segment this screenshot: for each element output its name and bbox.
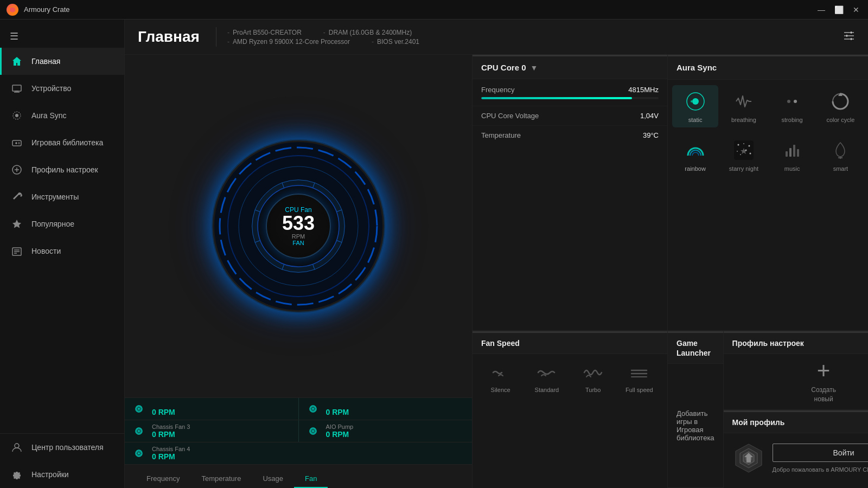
fan-speed-silence-label: Silence xyxy=(491,387,510,393)
aura-item-breathing[interactable]: breathing xyxy=(720,85,767,127)
aura-sync-panel: Aura Sync xyxy=(667,55,868,331)
fan-card-3-rpm: 0 RPM xyxy=(152,430,190,439)
fan-rpm-value: 533 xyxy=(282,214,315,233)
svg-point-45 xyxy=(794,100,797,103)
cpu-core-panel: CPU Core 0 ▼ Frequency 4815MHz xyxy=(472,55,667,331)
aura-item-strobing[interactable]: strobing xyxy=(769,85,815,127)
sidebar-label-aura: Aura Sync xyxy=(31,111,67,120)
fan-center-display: CPU Fan 533 RPM FAN xyxy=(266,194,331,259)
aura-rainbow-icon xyxy=(684,138,707,162)
header-settings-icon[interactable] xyxy=(843,30,855,44)
sidebar-item-tools[interactable]: Инструменты xyxy=(0,183,124,210)
aura-label-music: music xyxy=(784,165,800,172)
fan-full-icon xyxy=(629,363,649,382)
game-launcher-content: Добавить игры в Игровая библиотека xyxy=(668,364,723,487)
aura-item-static[interactable]: static xyxy=(672,85,718,127)
svg-point-19 xyxy=(15,444,19,448)
aura-breathing-icon xyxy=(732,89,756,113)
sidebar-item-home[interactable]: Главная xyxy=(0,48,124,75)
fan-standard-icon xyxy=(537,363,557,382)
hamburger-menu[interactable]: ☰ xyxy=(0,25,124,48)
fan-card-aio: AIO Pump 0 RPM xyxy=(299,420,473,442)
fan-speed-turbo[interactable]: Turbo xyxy=(572,363,615,393)
aura-item-rainbow[interactable]: rainbow xyxy=(672,134,718,176)
fan-speed-title: Fan Speed xyxy=(481,339,520,348)
svg-point-34 xyxy=(312,408,314,410)
fan-speed-silence[interactable]: Silence xyxy=(479,363,522,393)
tab-fan[interactable]: Fan xyxy=(294,470,328,488)
sidebar-item-games[interactable]: Игровая библиотека xyxy=(0,129,124,156)
fan-card-empty1: 0 RPM xyxy=(125,398,299,420)
fan-card-icon-5 xyxy=(131,446,146,461)
cpu-dropdown-arrow[interactable]: ▼ xyxy=(531,63,538,72)
fan-speed-standard[interactable]: Standard xyxy=(525,363,568,393)
aura-item-smart[interactable]: smart xyxy=(818,134,864,176)
tab-usage[interactable]: Usage xyxy=(252,470,294,488)
sidebar-item-user-center[interactable]: Центр пользователя xyxy=(0,434,124,461)
svg-rect-1 xyxy=(12,85,21,91)
svg-point-36 xyxy=(138,430,140,432)
aura-row-2: rainbow xyxy=(668,131,868,182)
fan-turbo-icon xyxy=(583,363,603,382)
settings-profile-panel: Профиль настроек + Создать новый xyxy=(724,331,868,410)
sidebar-item-profile[interactable]: Профиль настроек xyxy=(0,156,124,183)
sidebar-item-popular[interactable]: Популярное xyxy=(0,210,124,237)
svg-point-50 xyxy=(743,143,744,144)
aura-music-icon xyxy=(780,138,804,162)
my-profile-title: Мой профиль xyxy=(732,418,785,427)
my-profile-panel: Мой профиль xyxy=(724,410,868,489)
aura-smart-icon xyxy=(828,138,852,162)
user-center-icon xyxy=(10,440,24,454)
game-launcher-message: Добавить игры в Игровая библиотека xyxy=(676,409,714,442)
fan-speed-grid: Silence Standard xyxy=(473,354,667,402)
app-logo xyxy=(7,4,18,16)
fan-speed-panel: Fan Speed Silence xyxy=(472,331,667,488)
tab-temperature[interactable]: Temperature xyxy=(190,470,252,488)
tab-frequency[interactable]: Frequency xyxy=(136,470,190,488)
cpu-panel-title: CPU Core 0 xyxy=(481,63,526,72)
fan-card-empty2: 0 RPM xyxy=(299,398,473,420)
minimize-button[interactable]: — xyxy=(816,4,827,15)
cpu-temp-label: Temperature xyxy=(481,131,521,139)
cpu-freq-label-row: Frequency 4815MHz xyxy=(473,79,667,97)
sidebar-item-device[interactable]: Устройство xyxy=(0,75,124,102)
svg-point-42 xyxy=(692,98,699,105)
fan-card-icon-1 xyxy=(131,401,146,416)
create-profile-label: Создать новый xyxy=(811,386,836,404)
aura-label-breathing: breathing xyxy=(731,117,756,123)
maximize-button[interactable]: ⬜ xyxy=(833,4,844,15)
aura-item-music[interactable]: music xyxy=(769,134,815,176)
sidebar-item-aura[interactable]: Aura Sync xyxy=(0,102,124,129)
svg-point-32 xyxy=(138,408,140,410)
sidebar-label-settings: Настройки xyxy=(31,470,69,479)
sidebar-label-popular: Популярное xyxy=(31,220,74,228)
aura-label-smart: smart xyxy=(833,165,848,172)
sidebar-label-device: Устройство xyxy=(31,84,71,93)
svg-point-54 xyxy=(740,154,741,155)
fan-card-3-name: Chassis Fan 3 xyxy=(152,423,190,430)
cpu-voltage-label: CPU Core Voltage xyxy=(481,112,539,120)
aura-starry-icon xyxy=(732,138,756,162)
fan-card-1-empty-name xyxy=(152,401,175,408)
dram-info: -DRAM (16.0GB & 2400MHz) xyxy=(323,29,412,36)
sidebar-item-news[interactable]: Новости xyxy=(0,237,124,265)
fan-silence-icon xyxy=(491,363,510,382)
login-button[interactable]: Войти xyxy=(773,444,868,462)
fan-speed-turbo-label: Turbo xyxy=(585,387,601,393)
svg-rect-20 xyxy=(844,32,854,33)
aura-item-color-cycle[interactable]: color cycle xyxy=(818,85,864,127)
fan-card-5-rpm: 0 RPM xyxy=(152,452,190,461)
create-profile-plus[interactable]: + xyxy=(817,359,831,382)
sidebar-item-settings[interactable]: Настройки xyxy=(0,461,124,488)
sidebar-label-profile: Профиль настроек xyxy=(31,165,98,174)
aura-item-starry-night[interactable]: starry night xyxy=(720,134,767,176)
svg-point-55 xyxy=(749,153,751,155)
close-button[interactable]: ✕ xyxy=(851,4,861,15)
cpu-voltage-row: CPU Core Voltage 1,04V xyxy=(473,106,667,125)
fan-speed-full[interactable]: Full speed xyxy=(618,363,661,393)
fan-card-4-name: AIO Pump xyxy=(326,423,354,430)
sidebar-label-tools: Инструменты xyxy=(31,192,79,201)
fan-category-label: FAN xyxy=(292,240,304,246)
bottom-tabs-bar: Frequency Temperature Usage Fan xyxy=(125,464,472,488)
titlebar: Armoury Crate — ⬜ ✕ xyxy=(0,0,868,20)
